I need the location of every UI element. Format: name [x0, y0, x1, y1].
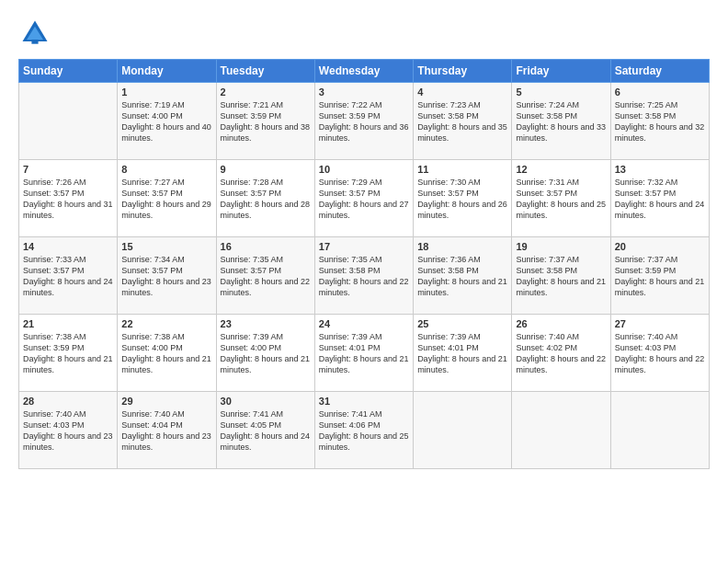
- calendar-cell: 1Sunrise: 7:19 AM Sunset: 4:00 PM Daylig…: [118, 83, 216, 160]
- calendar-cell: 8Sunrise: 7:27 AM Sunset: 3:57 PM Daylig…: [118, 160, 216, 237]
- day-info: Sunrise: 7:41 AM Sunset: 4:06 PM Dayligh…: [319, 408, 409, 454]
- header-row: SundayMondayTuesdayWednesdayThursdayFrid…: [19, 60, 710, 83]
- calendar-cell: [610, 392, 709, 469]
- logo-icon: [18, 17, 51, 50]
- calendar-cell: 30Sunrise: 7:41 AM Sunset: 4:05 PM Dayli…: [216, 392, 314, 469]
- day-number: 18: [417, 241, 507, 252]
- calendar-cell: 20Sunrise: 7:37 AM Sunset: 3:59 PM Dayli…: [610, 237, 709, 315]
- header-day-friday: Friday: [512, 60, 610, 83]
- day-info: Sunrise: 7:39 AM Sunset: 4:01 PM Dayligh…: [319, 331, 409, 376]
- calendar-cell: 22Sunrise: 7:38 AM Sunset: 4:00 PM Dayli…: [118, 315, 216, 392]
- day-info: Sunrise: 7:40 AM Sunset: 4:02 PM Dayligh…: [516, 331, 606, 376]
- day-info: Sunrise: 7:37 AM Sunset: 3:58 PM Dayligh…: [516, 254, 606, 299]
- day-number: 28: [23, 396, 113, 407]
- day-number: 24: [319, 318, 409, 329]
- calendar-cell: 12Sunrise: 7:31 AM Sunset: 3:57 PM Dayli…: [512, 160, 610, 237]
- day-number: 23: [221, 318, 311, 329]
- day-number: 20: [615, 241, 705, 252]
- day-number: 14: [23, 241, 113, 252]
- day-number: 17: [319, 241, 409, 252]
- day-number: 27: [615, 318, 705, 329]
- day-info: Sunrise: 7:32 AM Sunset: 3:57 PM Dayligh…: [615, 177, 705, 222]
- calendar-cell: 7Sunrise: 7:26 AM Sunset: 3:57 PM Daylig…: [19, 160, 118, 237]
- day-number: 15: [121, 241, 211, 252]
- day-number: 10: [319, 164, 409, 175]
- page: SundayMondayTuesdayWednesdayThursdayFrid…: [0, 0, 728, 563]
- header-day-tuesday: Tuesday: [216, 60, 314, 83]
- week-row-3: 21Sunrise: 7:38 AM Sunset: 3:59 PM Dayli…: [19, 315, 710, 392]
- day-info: Sunrise: 7:19 AM Sunset: 4:00 PM Dayligh…: [121, 99, 211, 144]
- header-day-thursday: Thursday: [414, 60, 512, 83]
- day-info: Sunrise: 7:39 AM Sunset: 4:01 PM Dayligh…: [417, 331, 507, 376]
- day-number: 31: [319, 396, 409, 407]
- day-number: 21: [23, 318, 113, 329]
- day-info: Sunrise: 7:37 AM Sunset: 3:59 PM Dayligh…: [615, 254, 705, 299]
- day-info: Sunrise: 7:39 AM Sunset: 4:00 PM Dayligh…: [221, 331, 311, 376]
- day-number: 13: [615, 164, 705, 175]
- day-info: Sunrise: 7:28 AM Sunset: 3:57 PM Dayligh…: [221, 177, 311, 222]
- day-info: Sunrise: 7:35 AM Sunset: 3:58 PM Dayligh…: [319, 254, 409, 299]
- calendar-cell: 5Sunrise: 7:24 AM Sunset: 3:58 PM Daylig…: [512, 83, 610, 160]
- calendar-cell: 31Sunrise: 7:41 AM Sunset: 4:06 PM Dayli…: [314, 392, 413, 469]
- day-number: 5: [516, 86, 606, 98]
- week-row-2: 14Sunrise: 7:33 AM Sunset: 3:57 PM Dayli…: [19, 237, 710, 315]
- calendar-cell: 15Sunrise: 7:34 AM Sunset: 3:57 PM Dayli…: [118, 237, 216, 315]
- day-number: 7: [23, 164, 113, 175]
- day-info: Sunrise: 7:36 AM Sunset: 3:58 PM Dayligh…: [417, 254, 507, 299]
- svg-rect-2: [31, 40, 38, 44]
- calendar-cell: 17Sunrise: 7:35 AM Sunset: 3:58 PM Dayli…: [314, 237, 413, 315]
- calendar-cell: 21Sunrise: 7:38 AM Sunset: 3:59 PM Dayli…: [19, 315, 118, 392]
- day-number: 1: [121, 86, 211, 98]
- calendar-cell: 14Sunrise: 7:33 AM Sunset: 3:57 PM Dayli…: [19, 237, 118, 315]
- day-info: Sunrise: 7:33 AM Sunset: 3:57 PM Dayligh…: [23, 254, 113, 299]
- calendar: SundayMondayTuesdayWednesdayThursdayFrid…: [18, 59, 710, 469]
- day-info: Sunrise: 7:24 AM Sunset: 3:58 PM Dayligh…: [516, 99, 606, 144]
- week-row-1: 7Sunrise: 7:26 AM Sunset: 3:57 PM Daylig…: [19, 160, 710, 237]
- day-number: 2: [221, 86, 311, 98]
- calendar-cell: 3Sunrise: 7:22 AM Sunset: 3:59 PM Daylig…: [314, 83, 413, 160]
- day-info: Sunrise: 7:40 AM Sunset: 4:03 PM Dayligh…: [615, 331, 705, 376]
- calendar-cell: 13Sunrise: 7:32 AM Sunset: 3:57 PM Dayli…: [610, 160, 709, 237]
- header-day-saturday: Saturday: [610, 60, 709, 83]
- day-info: Sunrise: 7:38 AM Sunset: 4:00 PM Dayligh…: [121, 331, 211, 376]
- header-day-monday: Monday: [118, 60, 216, 83]
- day-number: 19: [516, 241, 606, 252]
- calendar-cell: [512, 392, 610, 469]
- calendar-cell: 10Sunrise: 7:29 AM Sunset: 3:57 PM Dayli…: [314, 160, 413, 237]
- day-number: 9: [221, 164, 311, 175]
- day-info: Sunrise: 7:30 AM Sunset: 3:57 PM Dayligh…: [417, 177, 507, 222]
- day-number: 26: [516, 318, 606, 329]
- day-info: Sunrise: 7:40 AM Sunset: 4:04 PM Dayligh…: [121, 408, 211, 454]
- calendar-cell: [414, 392, 512, 469]
- logo: [18, 17, 57, 50]
- day-number: 11: [417, 164, 507, 175]
- calendar-cell: 2Sunrise: 7:21 AM Sunset: 3:59 PM Daylig…: [216, 83, 314, 160]
- calendar-cell: 19Sunrise: 7:37 AM Sunset: 3:58 PM Dayli…: [512, 237, 610, 315]
- header-day-wednesday: Wednesday: [314, 60, 413, 83]
- day-info: Sunrise: 7:41 AM Sunset: 4:05 PM Dayligh…: [221, 408, 311, 454]
- day-info: Sunrise: 7:21 AM Sunset: 3:59 PM Dayligh…: [221, 99, 311, 144]
- day-number: 3: [319, 86, 409, 98]
- day-info: Sunrise: 7:38 AM Sunset: 3:59 PM Dayligh…: [23, 331, 113, 376]
- calendar-cell: 6Sunrise: 7:25 AM Sunset: 3:58 PM Daylig…: [610, 83, 709, 160]
- day-info: Sunrise: 7:27 AM Sunset: 3:57 PM Dayligh…: [121, 177, 211, 222]
- header-day-sunday: Sunday: [19, 60, 118, 83]
- calendar-cell: [19, 83, 118, 160]
- calendar-cell: 24Sunrise: 7:39 AM Sunset: 4:01 PM Dayli…: [314, 315, 413, 392]
- day-number: 8: [121, 164, 211, 175]
- calendar-cell: 27Sunrise: 7:40 AM Sunset: 4:03 PM Dayli…: [610, 315, 709, 392]
- day-number: 4: [417, 86, 507, 98]
- day-number: 25: [417, 318, 507, 329]
- day-info: Sunrise: 7:29 AM Sunset: 3:57 PM Dayligh…: [319, 177, 409, 222]
- day-info: Sunrise: 7:31 AM Sunset: 3:57 PM Dayligh…: [516, 177, 606, 222]
- day-info: Sunrise: 7:40 AM Sunset: 4:03 PM Dayligh…: [23, 408, 113, 454]
- calendar-cell: 29Sunrise: 7:40 AM Sunset: 4:04 PM Dayli…: [118, 392, 216, 469]
- day-number: 12: [516, 164, 606, 175]
- calendar-cell: 28Sunrise: 7:40 AM Sunset: 4:03 PM Dayli…: [19, 392, 118, 469]
- week-row-4: 28Sunrise: 7:40 AM Sunset: 4:03 PM Dayli…: [19, 392, 710, 469]
- day-info: Sunrise: 7:34 AM Sunset: 3:57 PM Dayligh…: [121, 254, 211, 299]
- day-number: 6: [615, 86, 705, 98]
- day-info: Sunrise: 7:35 AM Sunset: 3:57 PM Dayligh…: [221, 254, 311, 299]
- day-info: Sunrise: 7:25 AM Sunset: 3:58 PM Dayligh…: [615, 99, 705, 144]
- day-info: Sunrise: 7:23 AM Sunset: 3:58 PM Dayligh…: [417, 99, 507, 144]
